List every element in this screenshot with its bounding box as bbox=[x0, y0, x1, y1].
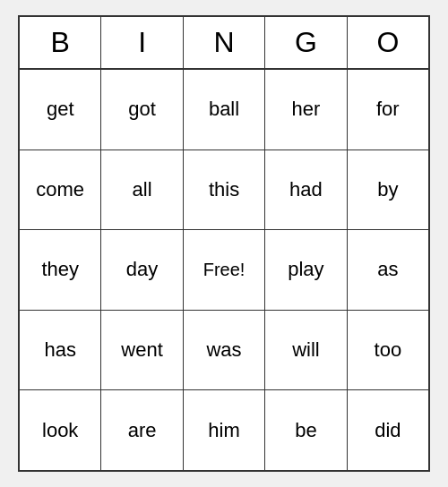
header-cell-i: I bbox=[101, 17, 183, 68]
bingo-cell-r3-c2: was bbox=[184, 311, 265, 390]
bingo-cell-r2-c3: play bbox=[265, 230, 347, 310]
bingo-cell-r3-c3: will bbox=[265, 311, 347, 390]
bingo-cell-r4-c3: be bbox=[265, 390, 347, 470]
bingo-cell-r0-c3: her bbox=[265, 70, 347, 150]
header-cell-g: G bbox=[265, 17, 347, 68]
bingo-row-0: getgotballherfor bbox=[20, 70, 428, 150]
bingo-row-2: theydayFree!playas bbox=[20, 230, 428, 311]
bingo-cell-r0-c4: for bbox=[348, 70, 428, 150]
bingo-cell-r2-c1: day bbox=[101, 230, 183, 310]
bingo-cell-r4-c2: him bbox=[184, 390, 265, 470]
bingo-cell-r4-c4: did bbox=[348, 390, 428, 470]
bingo-card: BINGO getgotballherforcomeallthishadbyth… bbox=[18, 15, 430, 472]
bingo-cell-r2-c4: as bbox=[348, 230, 428, 310]
bingo-header: BINGO bbox=[20, 17, 428, 70]
header-cell-b: B bbox=[20, 17, 101, 68]
bingo-cell-r3-c0: has bbox=[20, 311, 101, 390]
bingo-cell-r4-c1: are bbox=[101, 390, 183, 470]
bingo-cell-r0-c1: got bbox=[101, 70, 183, 150]
bingo-cell-r1-c4: by bbox=[348, 150, 428, 230]
bingo-cell-r1-c2: this bbox=[184, 150, 265, 230]
bingo-row-4: lookarehimbedid bbox=[20, 390, 428, 470]
bingo-cell-r3-c4: too bbox=[348, 311, 428, 390]
bingo-cell-r1-c1: all bbox=[101, 150, 183, 230]
bingo-cell-r2-c0: they bbox=[20, 230, 101, 310]
header-cell-o: O bbox=[348, 17, 428, 68]
bingo-cell-r3-c1: went bbox=[101, 311, 183, 390]
bingo-cell-r0-c2: ball bbox=[184, 70, 265, 150]
bingo-cell-r0-c0: get bbox=[20, 70, 101, 150]
bingo-row-1: comeallthishadby bbox=[20, 150, 428, 231]
bingo-cell-r2-c2: Free! bbox=[184, 230, 265, 310]
bingo-body: getgotballherforcomeallthishadbytheydayF… bbox=[20, 70, 428, 470]
bingo-cell-r1-c3: had bbox=[265, 150, 347, 230]
bingo-row-3: haswentwaswilltoo bbox=[20, 311, 428, 391]
bingo-cell-r1-c0: come bbox=[20, 150, 101, 230]
header-cell-n: N bbox=[184, 17, 265, 68]
bingo-cell-r4-c0: look bbox=[20, 390, 101, 470]
